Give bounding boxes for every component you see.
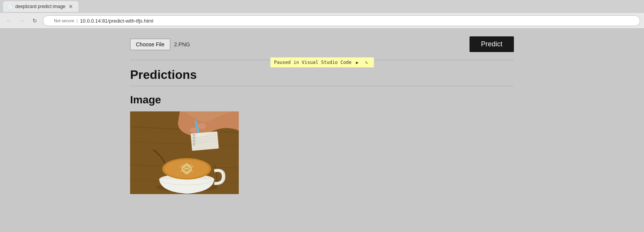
predict-button[interactable]: Predict <box>470 36 514 52</box>
debug-play-button[interactable]: ▶ <box>354 59 361 66</box>
top-bar: Choose File 2.PNG Predict <box>130 29 514 60</box>
tab-title: deeplizard predict image <box>15 4 65 9</box>
predictions-title: Predictions <box>130 68 514 82</box>
debug-step-button[interactable]: ∿ <box>363 59 370 66</box>
file-area: Choose File 2.PNG <box>130 39 190 50</box>
url-text: 10.0.0.14:81/predict-with-tfjs.html <box>80 18 153 24</box>
tab-bar: 📄 deeplizard predict image ✕ <box>0 0 644 13</box>
page-content: Choose File 2.PNG Predict Predictions Im… <box>0 29 644 202</box>
coffee-image-svg <box>130 111 239 194</box>
browser-tab[interactable]: 📄 deeplizard predict image ✕ <box>3 1 78 12</box>
debug-text: Paused in Visual Studio Code <box>274 60 351 65</box>
back-button[interactable]: ← <box>4 16 14 26</box>
reload-button[interactable]: ↻ <box>30 16 40 26</box>
tab-page-icon: 📄 <box>8 4 13 9</box>
forward-icon: → <box>19 18 24 24</box>
tab-close-button[interactable]: ✕ <box>68 3 74 10</box>
prediction-image <box>130 111 239 194</box>
browser-chrome: 📄 deeplizard predict image ✕ ← → ↻ Not s… <box>0 0 644 29</box>
forward-button[interactable]: → <box>17 16 27 26</box>
security-indicator: Not secure <box>54 18 74 23</box>
reload-icon: ↻ <box>33 18 37 24</box>
address-bar: ← → ↻ Not secure | 10.0.0.14:81/predict-… <box>0 13 644 28</box>
debug-banner: Paused in Visual Studio Code ▶ ∿ <box>270 57 374 68</box>
image-section: Image <box>130 86 514 202</box>
choose-file-button[interactable]: Choose File <box>130 39 170 50</box>
back-icon: ← <box>6 18 11 24</box>
url-separator: | <box>77 18 78 23</box>
file-name-label: 2.PNG <box>174 41 190 47</box>
url-bar[interactable]: Not secure | 10.0.0.14:81/predict-with-t… <box>43 15 640 26</box>
image-label: Image <box>130 94 514 106</box>
